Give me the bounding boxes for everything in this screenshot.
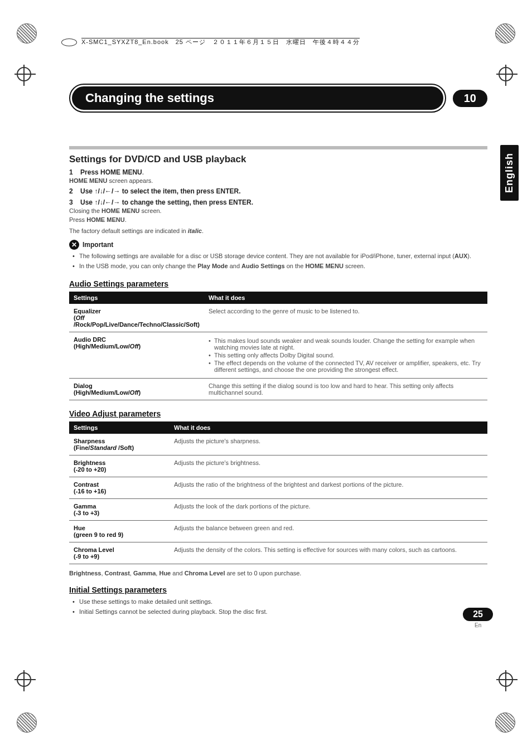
video-params-heading: Video Adjust parameters xyxy=(69,409,487,418)
book-header: X-SMC1_SYXZT8_En.book 25 ページ ２０１１年６月１５日 … xyxy=(65,38,471,46)
chapter-number-badge: 10 xyxy=(453,90,487,107)
col-settings: Settings xyxy=(69,292,204,304)
register-mark-icon xyxy=(17,672,33,689)
important-item: In the USB mode, you can only change the… xyxy=(79,262,487,270)
table-row: Chroma Level(-9 to +9) Adjusts the densi… xyxy=(69,542,487,564)
table-row: Sharpness (Fine/Standard /Soft) Adjusts … xyxy=(69,434,487,455)
chapter-title: Changing the settings xyxy=(85,91,430,105)
section-divider xyxy=(69,146,487,149)
step-3: 3 Use ↑/↓/←/→ to change the setting, the… xyxy=(69,198,487,206)
initial-settings-heading: Initial Settings parameters xyxy=(69,585,487,594)
step-2: 2 Use ↑/↓/←/→ to select the item, then p… xyxy=(69,187,487,195)
register-oval-icon xyxy=(61,38,77,46)
important-heading: ✕ Important xyxy=(69,240,487,250)
audio-params-table: Settings What it does Equalizer (Off /Ro… xyxy=(69,292,487,400)
step-1-sub: HOME MENU screen appears. xyxy=(69,177,487,184)
video-footnote: Brightness, Contrast, Gamma, Hue and Chr… xyxy=(69,570,487,576)
register-mark-icon xyxy=(499,672,515,689)
list-item: This makes loud sounds weaker and weak s… xyxy=(214,337,483,351)
print-mark-icon xyxy=(17,713,37,733)
page-lang: En xyxy=(475,622,481,628)
table-row: Audio DRC (High/Medium/Low/Off) This mak… xyxy=(69,332,487,378)
step-3-sub1: Closing the HOME MENU screen. xyxy=(69,207,487,214)
section-heading: Settings for DVD/CD and USB playback xyxy=(69,154,487,165)
language-side-tab: English xyxy=(500,145,519,201)
factory-note: The factory default settings are indicat… xyxy=(69,227,487,234)
table-row: Contrast(-16 to +16) Adjusts the ratio o… xyxy=(69,477,487,498)
col-whatitdoes: What it does xyxy=(204,292,487,304)
table-row: Dialog (High/Medium/Low/Off) Change this… xyxy=(69,378,487,400)
important-item: The following settings are available for… xyxy=(79,252,487,260)
register-mark-icon xyxy=(499,370,515,386)
list-item: Use these settings to make detailed unit… xyxy=(79,598,487,606)
audio-params-heading: Audio Settings parameters xyxy=(69,279,487,288)
register-mark-icon xyxy=(17,67,33,84)
book-header-text: X-SMC1_SYXZT8_En.book 25 ページ ２０１１年６月１５日 … xyxy=(81,38,360,46)
table-row: Hue(green 9 to red 9) Adjusts the balanc… xyxy=(69,520,487,542)
step-1: 1 Press HOME MENU. xyxy=(69,168,487,176)
arrow-keys-icon: ↑/↓/←/→ xyxy=(94,187,120,195)
register-mark-icon xyxy=(499,67,515,84)
list-item: This setting only affects Dolby Digital … xyxy=(214,352,483,358)
step-3-sub2: Press HOME MENU. xyxy=(69,216,487,223)
col-whatitdoes: What it does xyxy=(170,421,487,434)
step-number: 3 xyxy=(69,198,73,206)
table-row: Gamma(-3 to +3) Adjusts the look of the … xyxy=(69,498,487,520)
arrow-keys-icon: ↑/↓/←/→ xyxy=(94,198,120,206)
print-mark-icon xyxy=(17,23,37,43)
page-number-badge: 25 En xyxy=(463,608,493,628)
print-mark-icon xyxy=(495,713,515,733)
important-list: The following settings are available for… xyxy=(69,252,487,270)
important-icon: ✕ xyxy=(69,240,79,250)
col-settings: Settings xyxy=(69,421,170,434)
step-number: 2 xyxy=(69,187,73,195)
table-row: Brightness(-20 to +20) Adjusts the pictu… xyxy=(69,455,487,477)
table-row: Equalizer (Off /Rock/Pop/Live/Dance/Tech… xyxy=(69,304,487,332)
chapter-title-bar: Changing the settings 10 xyxy=(69,84,487,113)
register-mark-icon xyxy=(17,370,33,386)
print-mark-icon xyxy=(495,23,515,43)
video-params-table: Settings What it does Sharpness (Fine/St… xyxy=(69,421,487,564)
page-number: 25 xyxy=(463,608,493,621)
list-item: Initial Settings cannot be selected duri… xyxy=(79,608,487,616)
list-item: The effect depends on the volume of the … xyxy=(214,360,483,373)
initial-settings-list: Use these settings to make detailed unit… xyxy=(69,598,487,616)
step-text: Press HOME MENU xyxy=(80,168,142,176)
important-label: Important xyxy=(83,241,113,249)
step-number: 1 xyxy=(69,168,73,176)
